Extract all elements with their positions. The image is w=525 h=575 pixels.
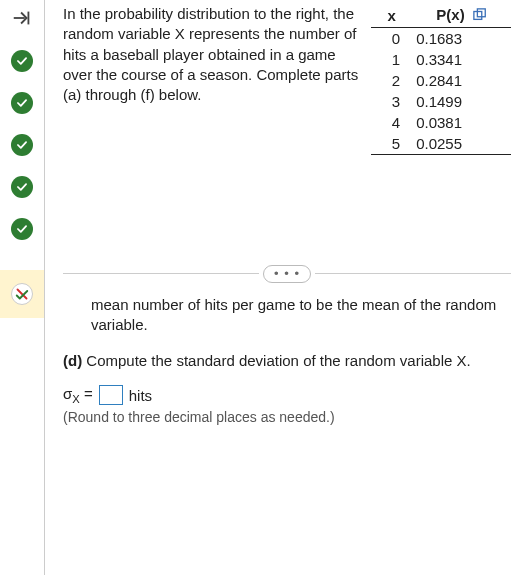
expand-button[interactable]: • • • <box>263 265 311 283</box>
question-status-ok[interactable] <box>11 134 33 156</box>
table-row: 50.0255 <box>371 133 511 155</box>
main-content: In the probability distribution to the r… <box>45 0 525 575</box>
divider-line <box>63 273 259 274</box>
problem-intro: In the probability distribution to the r… <box>63 4 359 155</box>
table-row: 00.1683 <box>371 27 511 49</box>
skip-forward-icon[interactable] <box>10 6 34 30</box>
question-status-ok[interactable] <box>11 92 33 114</box>
part-d-prompt: (d) Compute the standard deviation of th… <box>63 351 511 371</box>
question-nav-sidebar <box>0 0 44 575</box>
question-status-ok[interactable] <box>11 176 33 198</box>
continuation-text: mean number of hits per game to be the m… <box>91 295 511 336</box>
expand-bar: • • • <box>63 265 511 283</box>
table-header-px: P(x) <box>412 4 511 27</box>
table-row: 30.1499 <box>371 91 511 112</box>
rounding-hint: (Round to three decimal places as needed… <box>63 409 511 425</box>
units-label: hits <box>129 387 152 404</box>
question-status-ok[interactable] <box>11 218 33 240</box>
table-row: 20.2841 <box>371 70 511 91</box>
sigma-label: σX = <box>63 385 93 405</box>
part-d-text: Compute the standard deviation of the ra… <box>86 352 470 369</box>
sigma-answer-input[interactable] <box>99 385 123 405</box>
question-status-ok[interactable] <box>11 50 33 72</box>
table-header-x: x <box>371 4 412 27</box>
table-row: 40.0381 <box>371 112 511 133</box>
question-status-partial-row[interactable] <box>0 270 44 318</box>
part-d-label: (d) <box>63 352 82 369</box>
answer-line: σX = hits <box>63 385 511 405</box>
divider-line <box>315 273 511 274</box>
partial-correct-icon <box>11 283 33 305</box>
popup-table-icon[interactable] <box>473 8 487 25</box>
table-row: 10.3341 <box>371 49 511 70</box>
probability-table: x P(x) <box>371 4 511 155</box>
